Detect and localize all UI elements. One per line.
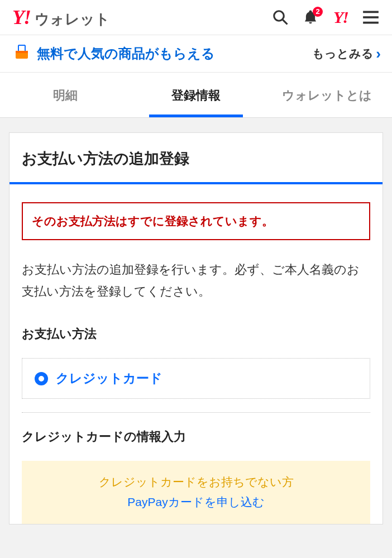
svg-rect-6	[16, 51, 28, 53]
app-header: Y! ウォレット 2 Y!	[0, 0, 392, 35]
page-title: お支払い方法の追加登録	[9, 133, 383, 182]
brand-link[interactable]: Y!	[329, 8, 352, 27]
cc-apply-link[interactable]: PayPayカードを申し込む	[31, 492, 361, 512]
tab-bar: 明細 登録情報 ウォレットとは	[0, 73, 392, 118]
logo-mark: Y!	[12, 6, 30, 29]
cart-icon	[11, 44, 30, 63]
search-button[interactable]	[269, 9, 291, 26]
tab-registration[interactable]: 登録情報	[131, 73, 261, 117]
cc-promo-box: クレジットカードをお持ちでない方 PayPayカードを申し込む	[22, 461, 370, 524]
payment-option-credit-card[interactable]: クレジットカード	[22, 358, 370, 399]
intro-text: お支払い方法の追加登録を行います。必ず、ご本人名義のお支払い方法を登録してくださ…	[22, 259, 370, 302]
promo-bar[interactable]: 無料で人気の商品がもらえる もっとみる ›	[0, 35, 392, 73]
search-icon	[272, 9, 289, 26]
svg-point-0	[274, 11, 284, 21]
cc-promo-line1: クレジットカードをお持ちでない方	[31, 472, 361, 492]
error-message: そのお支払方法はすでに登録されています。	[22, 202, 370, 240]
menu-button[interactable]	[360, 10, 382, 25]
divider	[22, 412, 370, 413]
notification-badge: 2	[313, 7, 323, 17]
promo-text: 無料で人気の商品がもらえる	[37, 45, 312, 63]
cc-info-label: クレジットカードの情報入力	[22, 428, 370, 445]
promo-more-label: もっとみる	[312, 46, 374, 61]
tab-about[interactable]: ウォレットとは	[261, 73, 392, 117]
brand-small-icon: Y!	[333, 8, 348, 27]
card-body: そのお支払方法はすでに登録されています。 お支払い方法の追加登録を行います。必ず…	[9, 184, 383, 524]
payment-method-label: お支払い方法	[22, 326, 370, 342]
notifications-button[interactable]: 2	[299, 9, 322, 26]
radio-selected-icon	[35, 372, 48, 385]
main-card: お支払い方法の追加登録 そのお支払方法はすでに登録されています。 お支払い方法の…	[9, 132, 383, 524]
logo-text: ウォレット	[35, 9, 110, 29]
svg-line-1	[283, 20, 287, 24]
hamburger-icon	[362, 10, 380, 25]
chevron-right-icon: ›	[376, 45, 381, 63]
app-logo[interactable]: Y! ウォレット	[12, 6, 110, 29]
promo-more-link[interactable]: もっとみる ›	[312, 45, 381, 63]
payment-option-label: クレジットカード	[56, 370, 162, 387]
tab-details[interactable]: 明細	[0, 73, 131, 117]
